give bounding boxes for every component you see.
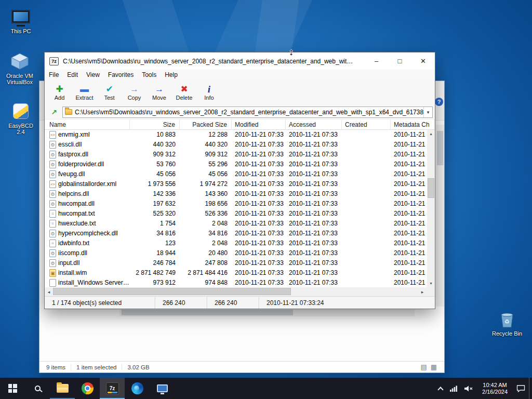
column-header-modified[interactable]: Modified xyxy=(232,119,286,129)
tray-volume[interactable] xyxy=(461,378,477,399)
scroll-left-icon[interactable] xyxy=(45,289,53,295)
vertical-scroll-thumb[interactable] xyxy=(428,178,434,198)
file-row[interactable]: esscli.dll 440 320 440 320 2010-11-21 07… xyxy=(45,140,435,150)
file-row[interactable]: hwcompat.dll 197 632 198 656 2010-11-21 … xyxy=(45,199,435,209)
toolbar-button-label: Test xyxy=(104,95,114,101)
address-dropdown-icon[interactable] xyxy=(423,107,432,117)
file-modified: 2010-11-21 07:33 xyxy=(232,219,286,229)
details-view-icon[interactable] xyxy=(420,363,427,371)
tray-expand-button[interactable] xyxy=(435,378,446,399)
file-modified: 2010-11-21 07:33 xyxy=(232,199,286,209)
toolbar-button[interactable]: Test xyxy=(98,81,121,104)
desktop-icon-easybcd[interactable]: EasyBCD 2.4 xyxy=(4,102,37,135)
vertical-scroll-track[interactable] xyxy=(427,138,435,280)
menu-item[interactable]: Tools xyxy=(138,71,161,78)
file-row[interactable]: hwcompat.txt 525 320 526 336 2010-11-21 … xyxy=(45,209,435,219)
file-row[interactable]: helpcins.dll 142 336 143 360 2010-11-21 … xyxy=(45,189,435,199)
file-size: 142 336 xyxy=(130,189,180,199)
menu-item[interactable]: File xyxy=(45,71,63,78)
menu-item[interactable]: Help xyxy=(161,71,182,78)
menu-item[interactable]: View xyxy=(82,71,104,78)
address-field[interactable]: C:\Users\vm5\Downloads\ru_windows_server… xyxy=(62,107,433,118)
menu-item[interactable]: Edit xyxy=(63,71,82,78)
vertical-scrollbar[interactable] xyxy=(427,130,435,287)
taskbar-edge[interactable] xyxy=(125,378,150,399)
toolbar-button[interactable]: Copy xyxy=(123,81,146,104)
file-row[interactable]: fastprox.dll 909 312 909 312 2010-11-21 … xyxy=(45,150,435,159)
toolbar-button[interactable]: Extract xyxy=(73,81,96,104)
column-header-size[interactable]: Size xyxy=(130,119,180,129)
column-header-created[interactable]: Created xyxy=(342,119,391,129)
search-icon xyxy=(35,385,41,391)
toolbar-button-label: Info xyxy=(204,95,214,101)
desktop-icon-virtualbox[interactable]: Oracle VM VirtualBox xyxy=(3,52,36,85)
help-icon[interactable]: ? xyxy=(435,98,443,106)
file-row[interactable]: fveupg.dll 45 056 45 056 2010-11-21 07:3… xyxy=(45,169,435,179)
edge-icon xyxy=(131,382,143,394)
explorer-vertical-scroll-thumb[interactable] xyxy=(437,131,443,165)
file-row[interactable]: idwbinfo.txt 123 2 048 2010-11-21 07:33 … xyxy=(45,238,435,248)
file-icon xyxy=(49,180,56,188)
toolbar-button[interactable]: Delete xyxy=(172,81,196,104)
file-list-rows: envmig.xml 10 883 12 288 2010-11-21 07:3… xyxy=(45,130,435,287)
horizontal-scroll-thumb[interactable] xyxy=(53,288,291,295)
file-row[interactable]: input.dll 246 784 247 808 2010-11-21 07:… xyxy=(45,258,435,268)
file-row[interactable]: folderprovider.dll 53 760 55 296 2010-11… xyxy=(45,159,435,169)
toolbar-button[interactable]: Add xyxy=(48,81,71,104)
action-center-button[interactable] xyxy=(513,378,529,399)
file-size: 197 632 xyxy=(130,199,180,209)
file-created xyxy=(342,169,391,179)
volume-muted-icon xyxy=(464,385,473,392)
file-packed-size: 2 871 484 416 xyxy=(180,268,232,278)
thumbnail-view-icon[interactable] xyxy=(431,363,437,371)
taskbar-file-explorer[interactable] xyxy=(50,378,75,399)
status-modified: 2010-11-21 07:33:24 xyxy=(259,297,435,309)
column-header-name[interactable]: Name xyxy=(45,119,130,129)
recycle-bin-icon: ♻ xyxy=(499,310,515,328)
desktop-icon-recycle-bin[interactable]: ♻ Recycle Bin xyxy=(490,310,524,337)
file-row[interactable]: iiscomp.dll 18 944 20 480 2010-11-21 07:… xyxy=(45,248,435,258)
taskbar-chrome[interactable] xyxy=(75,378,100,399)
desktop-icon-label: Recycle Bin xyxy=(492,330,522,337)
taskbar-search-button[interactable] xyxy=(25,378,50,399)
taskbar-virtual-machine[interactable] xyxy=(150,378,175,399)
maximize-button[interactable]: □ xyxy=(388,52,411,70)
menu-item[interactable]: Favorites xyxy=(104,71,138,78)
column-header-packed-size[interactable]: Packed Size xyxy=(180,119,232,129)
desktop-icon-this-pc[interactable]: This PC xyxy=(4,7,37,34)
explorer-horizontal-scroll-thumb[interactable] xyxy=(122,310,293,315)
resize-cursor xyxy=(289,47,294,58)
file-name: helpcins.dll xyxy=(58,189,89,199)
file-created xyxy=(342,130,391,140)
horizontal-scrollbar[interactable] xyxy=(45,287,435,296)
toolbar-button[interactable]: Move xyxy=(148,81,171,104)
file-name: hwcompat.txt xyxy=(58,209,95,219)
file-modified: 2010-11-21 07:33 xyxy=(232,268,286,278)
scroll-right-icon[interactable] xyxy=(418,289,427,295)
close-button[interactable]: ✕ xyxy=(411,52,435,70)
tray-network[interactable] xyxy=(446,378,461,399)
scroll-down-icon[interactable] xyxy=(427,280,435,287)
column-header-metadata[interactable]: Metadata Ch xyxy=(391,119,435,129)
scroll-up-icon[interactable] xyxy=(427,130,435,138)
taskbar-clock[interactable]: 10:42 AM 2/16/2024 xyxy=(477,382,513,395)
show-desktop-button[interactable] xyxy=(529,378,532,399)
file-row[interactable]: hypervcomplcheck.dll 34 816 34 816 2010-… xyxy=(45,229,435,238)
navigate-icon[interactable] xyxy=(49,107,59,117)
file-row[interactable]: hwexclude.txt 1 754 2 048 2010-11-21 07:… xyxy=(45,219,435,229)
file-size: 909 312 xyxy=(130,150,180,159)
file-created xyxy=(342,209,391,219)
taskbar-7zip[interactable]: 7z xyxy=(100,378,125,399)
minimize-button[interactable]: – xyxy=(365,52,388,70)
start-button[interactable] xyxy=(0,378,25,399)
file-row[interactable]: globalinstallorder.xml 1 973 556 1 974 2… xyxy=(45,179,435,189)
file-row[interactable]: envmig.xml 10 883 12 288 2010-11-21 07:3… xyxy=(45,130,435,140)
file-explorer-icon xyxy=(57,384,69,393)
column-header-accessed[interactable]: Accessed xyxy=(286,119,342,129)
file-name: iiscomp.dll xyxy=(58,248,87,258)
file-row[interactable]: install.wim 2 871 482 749 2 871 484 416 … xyxy=(45,268,435,278)
toolbar-button[interactable]: Info xyxy=(197,81,221,104)
file-row[interactable]: install_Windows Server ... 973 912 974 8… xyxy=(45,278,435,287)
titlebar[interactable]: 7z C:\Users\vm5\Downloads\ru_windows_ser… xyxy=(45,52,435,70)
file-modified: 2010-11-21 07:33 xyxy=(232,209,286,219)
